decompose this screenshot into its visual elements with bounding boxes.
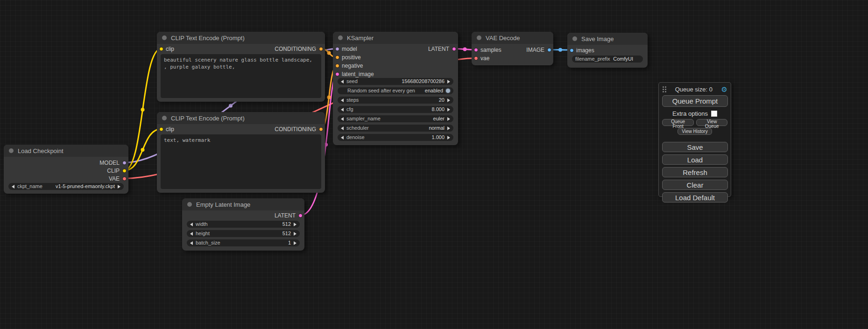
prompt-textarea[interactable]: text, watermark [161, 134, 321, 189]
output-dot-latent[interactable] [452, 47, 456, 51]
output-dot-model[interactable] [122, 161, 127, 165]
output-label-vae: VAE [109, 175, 120, 182]
input-dot-latent-image[interactable] [335, 72, 339, 76]
widget-random-seed[interactable]: Random seed after every gen enabled [338, 87, 453, 94]
refresh-button[interactable]: Refresh [662, 167, 728, 177]
node-title-bar[interactable]: Save Image [567, 33, 648, 45]
decrement-arrow-icon[interactable] [341, 126, 344, 130]
save-button[interactable]: Save [662, 142, 728, 152]
collapse-dot-icon[interactable] [477, 35, 481, 40]
widget-batch-size[interactable]: batch_size 1 [187, 239, 300, 246]
view-queue-button[interactable]: View Queue [696, 119, 727, 126]
widget-label: cfg [346, 106, 353, 113]
node-empty-latent-image[interactable]: Empty Latent Image LATENT width 512 heig… [182, 198, 304, 251]
output-dot-conditioning[interactable] [319, 127, 323, 131]
increment-arrow-icon[interactable] [294, 241, 296, 245]
prompt-textarea[interactable]: beautiful scenery nature glass bottle la… [161, 54, 321, 98]
comfyui-canvas[interactable]: Load Checkpoint MODEL CLIP VAE ckpt_name… [0, 0, 868, 329]
increment-arrow-icon[interactable] [294, 223, 296, 226]
extra-options-label: Extra options [672, 110, 708, 117]
load-default-button[interactable]: Load Default [662, 192, 728, 203]
queue-menu-panel[interactable]: Queue size: 0 Queue Prompt Extra options… [658, 82, 731, 197]
widget-denoise[interactable]: denoise 1.000 [338, 134, 453, 141]
extra-options-checkbox[interactable] [711, 111, 717, 117]
output-dot-conditioning[interactable] [319, 47, 323, 51]
output-dot-vae[interactable] [122, 176, 127, 181]
input-dot-vae[interactable] [474, 56, 478, 60]
widget-scheduler[interactable]: scheduler normal [338, 125, 453, 132]
increment-arrow-icon[interactable] [447, 136, 450, 140]
collapse-dot-icon[interactable] [162, 116, 167, 120]
node-vae-decode[interactable]: VAE Decode samples IMAGE vae [472, 32, 553, 65]
collapse-dot-icon[interactable] [162, 35, 167, 40]
increment-arrow-icon[interactable] [447, 98, 450, 102]
increment-arrow-icon[interactable] [447, 80, 450, 84]
node-title-bar[interactable]: CLIP Text Encode (Prompt) [157, 112, 325, 124]
node-ksampler[interactable]: KSampler model LATENT positive negative … [333, 32, 458, 145]
widget-width[interactable]: width 512 [187, 221, 300, 228]
load-button[interactable]: Load [662, 154, 728, 165]
increment-arrow-icon[interactable] [118, 185, 120, 189]
node-title: CLIP Text Encode (Prompt) [171, 35, 245, 42]
widget-cfg[interactable]: cfg 8.000 [338, 106, 453, 113]
decrement-arrow-icon[interactable] [190, 232, 193, 236]
input-dot-images[interactable] [570, 48, 574, 52]
widget-filename-prefix[interactable]: filename_prefix ComfyUI [572, 56, 643, 63]
collapse-dot-icon[interactable] [572, 36, 577, 41]
input-slot-positive: positive [333, 53, 458, 61]
input-slot-latent-image: latent_image [333, 70, 458, 78]
decrement-arrow-icon[interactable] [190, 223, 193, 226]
widget-seed[interactable]: seed 156680208700286 [338, 78, 453, 85]
increment-arrow-icon[interactable] [447, 108, 450, 112]
collapse-dot-icon[interactable] [338, 35, 343, 40]
decrement-arrow-icon[interactable] [190, 241, 193, 245]
decrement-arrow-icon[interactable] [341, 117, 344, 121]
link-midpoint-dot [141, 108, 145, 112]
output-slot-model: MODEL [4, 159, 128, 167]
drag-handle-icon[interactable] [662, 86, 666, 92]
queue-prompt-button[interactable]: Queue Prompt [662, 95, 728, 107]
widget-sampler-name[interactable]: sampler_name euler [338, 115, 453, 122]
output-dot-clip[interactable] [122, 168, 127, 173]
increment-arrow-icon[interactable] [447, 117, 450, 121]
node-title: VAE Decode [486, 35, 520, 42]
widget-height[interactable]: height 512 [187, 230, 300, 237]
node-title-bar[interactable]: KSampler [333, 32, 458, 44]
output-dot-latent[interactable] [298, 213, 303, 217]
node-load-checkpoint[interactable]: Load Checkpoint MODEL CLIP VAE ckpt_name… [4, 145, 128, 194]
queue-front-button[interactable]: Queue Front [662, 119, 694, 126]
clear-button[interactable]: Clear [662, 180, 728, 190]
decrement-arrow-icon[interactable] [341, 136, 344, 140]
link-midpoint-dot [229, 104, 233, 108]
collapse-dot-icon[interactable] [9, 148, 14, 153]
decrement-arrow-icon[interactable] [12, 185, 14, 189]
input-slot-images: images [567, 46, 648, 54]
widget-label: scheduler [346, 125, 369, 132]
node-clip-text-encode-positive[interactable]: CLIP Text Encode (Prompt) clip CONDITION… [157, 32, 325, 102]
node-title-bar[interactable]: Empty Latent Image [182, 198, 304, 210]
node-title-bar[interactable]: CLIP Text Encode (Prompt) [157, 32, 325, 44]
decrement-arrow-icon[interactable] [341, 80, 344, 84]
increment-arrow-icon[interactable] [447, 126, 450, 130]
widget-ckpt-name[interactable]: ckpt_name v1-5-pruned-emaonly.ckpt [8, 183, 124, 190]
widget-value: 156680208700286 [402, 78, 445, 85]
widget-label: seed [346, 78, 358, 85]
toggle-icon[interactable] [446, 89, 450, 93]
decrement-arrow-icon[interactable] [341, 108, 344, 112]
node-title-bar[interactable]: VAE Decode [472, 32, 553, 44]
input-dot-negative[interactable] [335, 63, 339, 68]
node-save-image[interactable]: Save Image images filename_prefix ComfyU… [567, 33, 648, 68]
input-dot-positive[interactable] [335, 55, 339, 59]
decrement-arrow-icon[interactable] [341, 98, 344, 102]
increment-arrow-icon[interactable] [294, 232, 296, 236]
view-history-button[interactable]: View History [677, 128, 712, 135]
collapse-dot-icon[interactable] [187, 202, 192, 207]
widget-value: ComfyUI [613, 56, 633, 63]
output-dot-image[interactable] [547, 48, 551, 52]
widget-value: 8.000 [431, 106, 445, 113]
node-title-bar[interactable]: Load Checkpoint [4, 145, 128, 157]
widget-steps[interactable]: steps 20 [338, 97, 453, 104]
node-clip-text-encode-negative[interactable]: CLIP Text Encode (Prompt) clip CONDITION… [157, 112, 325, 193]
settings-gear-icon[interactable] [721, 86, 727, 93]
widget-value: enabled [425, 87, 443, 94]
